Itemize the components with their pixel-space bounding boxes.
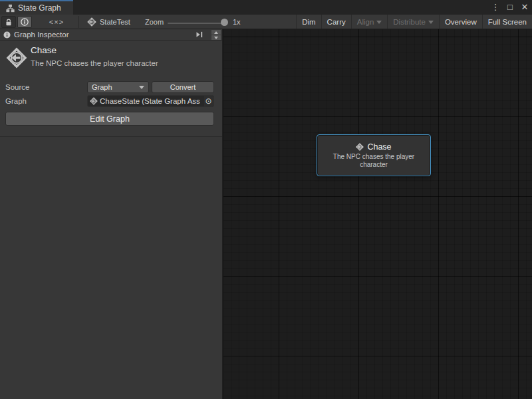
zoom-slider-track[interactable] — [168, 23, 225, 24]
convert-button-label: Convert — [170, 83, 196, 91]
source-dropdown-value: Graph — [92, 83, 112, 91]
lock-icon — [5, 19, 12, 26]
graph-label: Graph — [5, 95, 27, 107]
triangle-up-icon — [214, 31, 218, 34]
info-icon — [21, 18, 29, 26]
node-description: The NPC chases the player character — [324, 153, 424, 169]
source-label: Source — [5, 81, 29, 93]
graph-canvas[interactable]: Chase The NPC chases the player characte… — [223, 29, 532, 399]
carry-button[interactable]: Carry — [321, 15, 351, 29]
node-title-row: Chase — [356, 142, 391, 152]
toolbar-right-group: Dim Carry Align Distribute Overview Full… — [296, 15, 532, 29]
zoom-slider-handle[interactable] — [221, 19, 228, 26]
title-bar: State Graph ⋮ □ ✕ — [0, 0, 532, 15]
state-machine-icon — [6, 47, 27, 68]
source-field-row: Source Graph Convert — [0, 81, 222, 93]
toolbar-separator — [78, 16, 79, 28]
window-menu-icon[interactable]: ⋮ — [491, 0, 500, 15]
align-button-label: Align — [357, 18, 374, 26]
lock-button[interactable] — [1, 16, 16, 28]
graph-reference-button[interactable]: StateTest — [87, 16, 130, 28]
maximize-icon[interactable]: □ — [505, 0, 515, 15]
object-picker-icon[interactable]: ⊙ — [203, 96, 213, 106]
chevron-down-icon — [376, 21, 382, 24]
close-icon[interactable]: ✕ — [520, 0, 529, 15]
node-title: Chase — [367, 142, 391, 152]
inspector-empty-area — [0, 136, 222, 399]
graph-hierarchy-icon — [6, 4, 15, 13]
graph-object-field[interactable]: ChaseState (State Graph Ass ⊙ — [87, 95, 214, 107]
state-title: Chase — [31, 45, 57, 55]
zoom-label: Zoom — [145, 16, 164, 28]
dim-button[interactable]: Dim — [296, 15, 321, 29]
graph-inspector-header: Graph Inspector — [0, 29, 222, 41]
graph-toolbar: <×> StateTest Zoom 1x Dim Carry Align — [0, 15, 532, 29]
overview-button[interactable]: Overview — [439, 15, 482, 29]
state-machine-icon — [90, 97, 98, 105]
edit-graph-button[interactable]: Edit Graph — [5, 112, 214, 126]
graph-reference-label: StateTest — [100, 18, 130, 26]
graph-inspector-panel: Graph Inspector Chase The NPC chases the… — [0, 29, 223, 399]
selected-state-header: Chase The NPC chases the player characte… — [0, 41, 222, 78]
code-view-button[interactable]: <×> — [39, 16, 74, 28]
graph-field-row: Graph ChaseState (State Graph Ass ⊙ — [0, 95, 222, 107]
align-dropdown-button[interactable]: Align — [351, 15, 388, 29]
convert-button[interactable]: Convert — [152, 81, 214, 93]
full-screen-button-label: Full Screen — [488, 18, 527, 26]
graph-object-value: ChaseState (State Graph Ass — [100, 97, 201, 105]
overview-button-label: Overview — [445, 18, 477, 26]
scroll-up-button[interactable] — [211, 30, 221, 35]
zoom-value: 1x — [233, 16, 241, 28]
chevron-down-icon — [428, 21, 434, 24]
tab-state-graph[interactable]: State Graph — [0, 0, 73, 15]
code-icon: <×> — [49, 18, 64, 26]
chevron-down-icon — [139, 86, 144, 89]
info-icon — [3, 31, 11, 39]
dock-panel-icon[interactable] — [196, 31, 203, 39]
full-screen-button[interactable]: Full Screen — [482, 15, 532, 29]
state-description: The NPC chases the player character — [31, 59, 158, 67]
distribute-button-label: Distribute — [393, 18, 426, 26]
state-machine-icon — [356, 143, 364, 151]
scroll-down-button[interactable] — [211, 35, 221, 40]
panel-scroll-spinner — [211, 30, 221, 40]
inspector-toggle-button[interactable] — [17, 16, 32, 28]
carry-button-label: Carry — [327, 18, 346, 26]
window-controls: ⋮ □ ✕ — [491, 0, 529, 15]
dim-button-label: Dim — [302, 18, 315, 26]
state-node-chase[interactable]: Chase The NPC chases the player characte… — [317, 134, 431, 176]
triangle-down-icon — [214, 37, 218, 39]
edit-graph-button-label: Edit Graph — [90, 114, 130, 124]
tab-title: State Graph — [18, 3, 61, 13]
state-machine-icon — [87, 17, 96, 27]
source-dropdown[interactable]: Graph — [87, 81, 149, 93]
inspector-header-title: Graph Inspector — [14, 31, 68, 39]
distribute-dropdown-button[interactable]: Distribute — [387, 15, 439, 29]
